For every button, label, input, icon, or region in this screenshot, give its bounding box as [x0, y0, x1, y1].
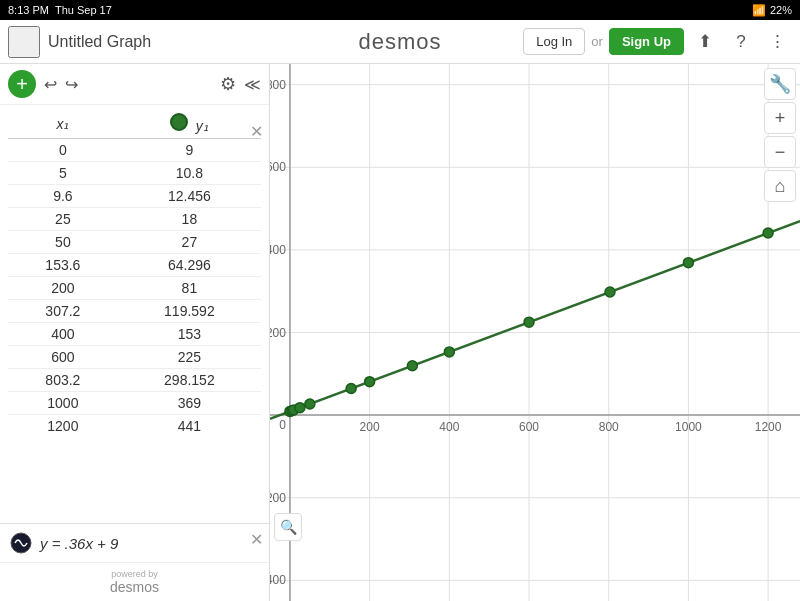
redo-button[interactable]: ↪: [65, 75, 78, 94]
zoom-out-button[interactable]: −: [764, 136, 796, 168]
cell-y: 441: [118, 415, 261, 438]
cell-y: 81: [118, 277, 261, 300]
expression-toolbar: + ↩ ↪ ⚙ ≪: [0, 64, 269, 105]
zoom-left-area: 🔍: [274, 513, 302, 541]
battery-display: 22%: [770, 4, 792, 16]
cell-x: 200: [8, 277, 118, 300]
cell-x: 5: [8, 162, 118, 185]
menu-button[interactable]: [8, 26, 40, 58]
cell-x: 1000: [8, 392, 118, 415]
data-table: x₁ y₁ 09510.89.612.45625185027153.664.29…: [8, 109, 261, 437]
table-row: 153.664.296: [8, 254, 261, 277]
powered-by-text: powered by: [6, 569, 263, 579]
table-row: 1200441: [8, 415, 261, 438]
desmos-logo: desmos: [358, 29, 441, 55]
color-picker[interactable]: [170, 113, 188, 131]
cell-y: 298.152: [118, 369, 261, 392]
main-area: + ↩ ↪ ⚙ ≪ ✕ x₁ y₁ 0951: [0, 64, 800, 601]
undo-button[interactable]: ↩: [44, 75, 57, 94]
help-button[interactable]: ?: [726, 27, 756, 57]
collapse-panel-button[interactable]: ≪: [244, 75, 261, 94]
share-button[interactable]: ⬆: [690, 27, 720, 57]
wifi-icon: 📶: [752, 4, 766, 17]
col-header-y: y₁: [118, 109, 261, 139]
login-button[interactable]: Log In: [523, 28, 585, 55]
data-table-container: ✕ x₁ y₁ 09510.89.612.45625185027153.664.…: [0, 105, 269, 523]
or-separator: or: [591, 34, 603, 49]
graph-area[interactable]: 🔧 + − ⌂ 🔍: [270, 64, 800, 601]
expression-panel: y = .36x + 9 ✕: [0, 523, 269, 562]
time-display: 8:13 PM: [8, 4, 49, 16]
header: Untitled Graph desmos Log In or Sign Up …: [0, 20, 800, 64]
cell-y: 225: [118, 346, 261, 369]
table-row: 5027: [8, 231, 261, 254]
cell-x: 50: [8, 231, 118, 254]
graph-toolbar: 🔧 + − ⌂: [760, 64, 800, 206]
zoom-in-button[interactable]: +: [764, 102, 796, 134]
powered-by-footer: powered by desmos: [0, 562, 269, 601]
table-row: 400153: [8, 323, 261, 346]
cell-x: 600: [8, 346, 118, 369]
graph-wrench-button[interactable]: 🔧: [764, 68, 796, 100]
cell-x: 1200: [8, 415, 118, 438]
table-row: 2518: [8, 208, 261, 231]
cell-y: 119.592: [118, 300, 261, 323]
graph-title: Untitled Graph: [48, 33, 523, 51]
table-row: 803.2298.152: [8, 369, 261, 392]
cell-x: 803.2: [8, 369, 118, 392]
search-button[interactable]: 🔍: [274, 513, 302, 541]
left-panel: + ↩ ↪ ⚙ ≪ ✕ x₁ y₁ 0951: [0, 64, 270, 601]
table-row: 600225: [8, 346, 261, 369]
header-right: Log In or Sign Up ⬆ ? ⋮: [523, 27, 792, 57]
table-row: 1000369: [8, 392, 261, 415]
signup-button[interactable]: Sign Up: [609, 28, 684, 55]
cell-y: 9: [118, 139, 261, 162]
home-button[interactable]: ⌂: [764, 170, 796, 202]
add-expression-button[interactable]: +: [8, 70, 36, 98]
cell-x: 400: [8, 323, 118, 346]
cell-y: 10.8: [118, 162, 261, 185]
cell-x: 9.6: [8, 185, 118, 208]
col-header-x: x₁: [8, 109, 118, 139]
status-bar: 8:13 PM Thu Sep 17 📶 22%: [0, 0, 800, 20]
table-row: 20081: [8, 277, 261, 300]
close-expression-button[interactable]: ✕: [250, 530, 263, 549]
table-row: 9.612.456: [8, 185, 261, 208]
cell-y: 64.296: [118, 254, 261, 277]
global-settings-button[interactable]: ⋮: [762, 27, 792, 57]
cell-y: 27: [118, 231, 261, 254]
cell-y: 369: [118, 392, 261, 415]
table-row: 510.8: [8, 162, 261, 185]
expression-icon: [10, 532, 32, 554]
panel-settings-button[interactable]: ⚙: [220, 73, 236, 95]
powered-by-brand: desmos: [6, 579, 263, 595]
cell-y: 12.456: [118, 185, 261, 208]
table-body: 09510.89.612.45625185027153.664.29620081…: [8, 139, 261, 438]
graph-canvas: [270, 64, 800, 601]
cell-x: 25: [8, 208, 118, 231]
expression-formula: y = .36x + 9: [40, 535, 118, 552]
close-table-button[interactable]: ✕: [250, 122, 263, 141]
cell-x: 0: [8, 139, 118, 162]
cell-y: 18: [118, 208, 261, 231]
date-display: Thu Sep 17: [55, 4, 112, 16]
cell-y: 153: [118, 323, 261, 346]
cell-x: 307.2: [8, 300, 118, 323]
table-row: 307.2119.592: [8, 300, 261, 323]
table-row: 09: [8, 139, 261, 162]
cell-x: 153.6: [8, 254, 118, 277]
